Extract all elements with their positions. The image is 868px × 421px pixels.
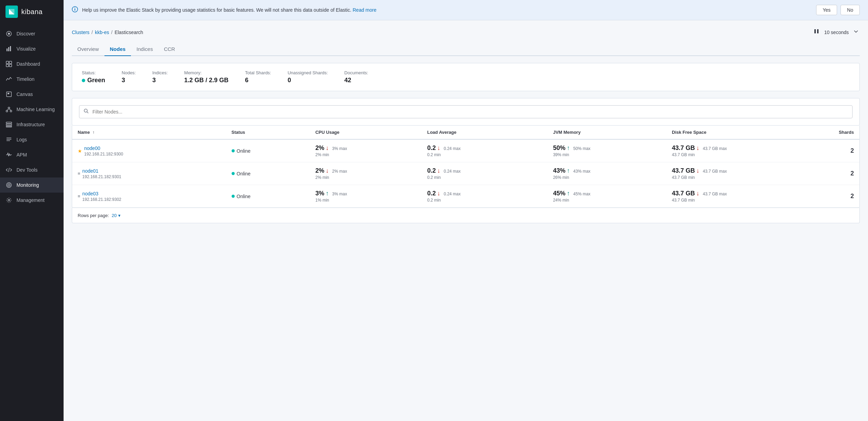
management-icon — [5, 197, 12, 204]
breadcrumb-kkb-es-link[interactable]: kkb-es — [95, 30, 109, 35]
cell-shards: 2 — [806, 139, 859, 162]
collapse-button[interactable] — [852, 28, 860, 37]
tab-nodes[interactable]: Nodes — [104, 43, 131, 56]
stat-indices-value: 3 — [152, 77, 168, 84]
sidebar-item-logs[interactable]: Logs — [0, 132, 64, 147]
cpu-primary: 2% ↓ — [315, 167, 329, 174]
filter-search-icon — [84, 108, 89, 115]
breadcrumb-clusters-link[interactable]: Clusters — [72, 30, 89, 35]
stat-nodes-label: Nodes: — [122, 70, 136, 75]
node-ip: 192.168.21.182:9301 — [82, 174, 121, 179]
cell-disk: 43.7 GB ↓ 43.7 GB max43.7 GB min — [666, 185, 806, 208]
cell-name: ★ node00 192.168.21.182:9300 — [72, 139, 226, 162]
load-primary: 0.2 ↓ — [427, 144, 440, 152]
stat-documents-value: 42 — [344, 77, 368, 84]
svg-point-27 — [9, 185, 9, 185]
cell-jvm: 43% ↑ 43% max26% min — [547, 162, 666, 185]
svg-rect-6 — [10, 46, 11, 51]
no-button[interactable]: No — [841, 5, 860, 15]
tab-ccr[interactable]: CCR — [158, 43, 181, 56]
cell-disk: 43.7 GB ↓ 43.7 GB max43.7 GB min — [666, 139, 806, 162]
table-header-row: Name ↑ Status CPU Usage Load Average — [72, 126, 859, 139]
cell-load: 0.2 ↓ 0.24 max0.2 min — [422, 139, 547, 162]
online-dot — [232, 149, 235, 152]
col-header-shards[interactable]: Shards — [806, 126, 859, 139]
node-name-link[interactable]: node00 — [84, 145, 100, 151]
stat-documents: Documents: 42 — [344, 70, 368, 84]
sidebar-item-machine-learning-label: Machine Learning — [16, 107, 55, 112]
rows-per-page-button[interactable]: 20 ▾ — [112, 213, 120, 218]
visualize-icon — [5, 45, 12, 52]
col-header-load[interactable]: Load Average — [422, 126, 547, 139]
stats-bar: Status: Green Nodes: 3 Indices: 3 Memory… — [72, 63, 860, 91]
sidebar-item-infrastructure-label: Infrastructure — [16, 122, 45, 127]
cell-cpu: 2% ↓ 2% max2% min — [310, 162, 422, 185]
data-node-icon: ≡ — [78, 171, 80, 176]
stat-total-shards-value: 6 — [245, 77, 271, 84]
svg-line-17 — [9, 109, 11, 110]
filter-nodes-input[interactable] — [92, 109, 848, 115]
table-row: ★ node00 192.168.21.182:9300 Online 2% ↓ — [72, 139, 859, 162]
sidebar-item-visualize-label: Visualize — [16, 46, 36, 52]
master-node-icon: ★ — [78, 148, 82, 154]
sidebar-item-monitoring[interactable]: Monitoring — [0, 177, 64, 193]
yes-button[interactable]: Yes — [816, 5, 837, 15]
status-text: Online — [237, 148, 251, 154]
disk-arrow: ↓ — [696, 144, 699, 152]
filter-input-wrap — [79, 105, 853, 118]
col-header-jvm[interactable]: JVM Memory — [547, 126, 666, 139]
load-arrow: ↓ — [437, 190, 440, 197]
pause-button[interactable] — [812, 27, 821, 37]
svg-rect-19 — [6, 124, 12, 126]
sidebar-item-machine-learning[interactable]: Machine Learning — [0, 102, 64, 117]
svg-point-31 — [75, 7, 75, 8]
svg-rect-7 — [6, 61, 9, 64]
cell-cpu: 2% ↓ 3% max2% min — [310, 139, 422, 162]
sidebar-item-management-label: Management — [16, 197, 45, 203]
node-name-link[interactable]: node03 — [82, 191, 99, 196]
infrastructure-icon — [5, 121, 12, 128]
sidebar-item-canvas[interactable]: Canvas — [0, 87, 64, 102]
status-text: Online — [237, 171, 251, 176]
sidebar-item-canvas-label: Canvas — [16, 91, 33, 97]
col-header-status[interactable]: Status — [226, 126, 310, 139]
sidebar-item-discover[interactable]: Discover — [0, 26, 64, 41]
main-content: Help us improve the Elastic Stack by pro… — [64, 0, 868, 421]
sidebar-item-management[interactable]: Management — [0, 193, 64, 208]
page-header: Clusters / kkb-es / Elasticsearch 10 sec… — [72, 27, 860, 37]
stat-memory: Memory: 1.2 GB / 2.9 GB — [184, 70, 229, 84]
sidebar-item-apm[interactable]: APM — [0, 147, 64, 162]
sidebar-item-timelion[interactable]: Timelion — [0, 72, 64, 87]
tab-overview[interactable]: Overview — [72, 43, 104, 56]
node-name-link[interactable]: node01 — [82, 168, 99, 174]
col-header-name[interactable]: Name ↑ — [72, 126, 226, 139]
node-ip: 192.168.21.182:9300 — [84, 152, 123, 156]
sidebar-item-dev-tools[interactable]: Dev Tools — [0, 162, 64, 177]
cpu-arrow: ↓ — [326, 167, 329, 174]
kibana-logo-icon — [5, 6, 18, 18]
sidebar-item-visualize[interactable]: Visualize — [0, 41, 64, 56]
sidebar-item-dashboard[interactable]: Dashboard — [0, 56, 64, 72]
col-header-disk[interactable]: Disk Free Space — [666, 126, 806, 139]
col-header-cpu[interactable]: CPU Usage — [310, 126, 422, 139]
stat-status: Status: Green — [82, 70, 105, 84]
sidebar: kibana Discover Visualize Dashboard Time… — [0, 0, 64, 421]
stat-documents-label: Documents: — [344, 70, 368, 75]
jvm-arrow: ↑ — [567, 167, 570, 174]
disk-arrow: ↓ — [696, 190, 699, 197]
banner-text: Help us improve the Elastic Stack by pro… — [82, 7, 806, 13]
svg-rect-20 — [6, 126, 12, 127]
stat-unassigned-shards-label: Unassigned Shards: — [288, 70, 328, 75]
sidebar-item-infrastructure[interactable]: Infrastructure — [0, 117, 64, 132]
sidebar-logo: kibana — [0, 0, 64, 23]
tab-indices[interactable]: Indices — [131, 43, 158, 56]
tabs: Overview Nodes Indices CCR — [72, 43, 860, 56]
sidebar-item-dashboard-label: Dashboard — [16, 61, 40, 67]
sidebar-nav: Discover Visualize Dashboard Timelion Ca… — [0, 23, 64, 421]
read-more-link[interactable]: Read more — [353, 7, 376, 13]
cell-jvm: 45% ↑ 45% max24% min — [547, 185, 666, 208]
cell-cpu: 3% ↑ 3% max1% min — [310, 185, 422, 208]
sidebar-item-logs-label: Logs — [16, 137, 27, 142]
stat-indices: Indices: 3 — [152, 70, 168, 84]
svg-line-35 — [87, 112, 88, 113]
